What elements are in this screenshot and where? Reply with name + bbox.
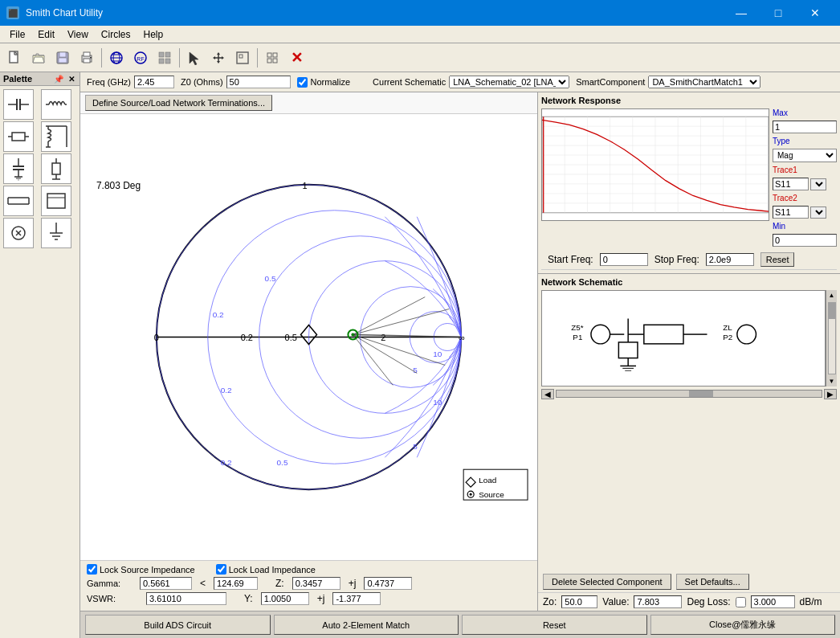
trace2-select[interactable]: ▼: [810, 207, 826, 219]
palette-item-ground[interactable]: [41, 218, 71, 248]
grid-button[interactable]: [153, 47, 176, 69]
schematic-select[interactable]: LNA_Schematic_02 [LNA_ATF54143_: [449, 76, 569, 88]
lock-load-checkbox[interactable]: [216, 564, 226, 575]
svg-rect-56: [52, 163, 60, 174]
menu-view[interactable]: View: [61, 27, 95, 42]
zo-input[interactable]: [561, 595, 597, 608]
stop-freq-input[interactable]: [706, 253, 754, 266]
y-real[interactable]: [261, 592, 309, 605]
deg-loss-label: Deg Loss:: [687, 596, 730, 607]
palette-item-cap-shunt[interactable]: [3, 153, 34, 184]
response-area: Max Type Mag dB Phase Trace1: [541, 108, 837, 247]
svg-text:P1: P1: [573, 333, 582, 341]
z0-label: Z0 (Ohms): [181, 77, 223, 87]
svg-text:0.2: 0.2: [221, 386, 232, 395]
schematic-svg: Z5* P1: [542, 291, 825, 386]
menu-file[interactable]: File: [3, 27, 31, 42]
auto-match-button[interactable]: Auto 2-Element Match: [274, 615, 459, 635]
trace2-input[interactable]: [773, 206, 809, 219]
palette-item-ind[interactable]: [41, 89, 71, 120]
maximize-button[interactable]: □: [760, 0, 797, 26]
close-final-button[interactable]: Close@儒雅永缘: [650, 615, 836, 635]
menu-help[interactable]: Help: [137, 27, 170, 42]
y-pj: +j: [317, 593, 325, 604]
lock-source-checkbox[interactable]: [87, 564, 97, 575]
palette-item-res-ser[interactable]: [3, 121, 34, 152]
svg-text:ZL: ZL: [723, 323, 732, 332]
scroll-down-button[interactable]: ▼: [829, 376, 835, 386]
scroll-track-h[interactable]: [556, 390, 822, 398]
type-select[interactable]: Mag dB Phase: [773, 149, 837, 162]
z-pj: +j: [349, 578, 357, 589]
globe-button[interactable]: [105, 47, 128, 69]
value-input[interactable]: [634, 595, 682, 608]
print-button[interactable]: [75, 47, 98, 69]
menu-circles[interactable]: Circles: [95, 27, 137, 42]
svg-text:0.5: 0.5: [277, 458, 288, 467]
align-button[interactable]: [261, 47, 283, 69]
schematic-group: Current Schematic LNA_Schematic_02 [LNA_…: [373, 76, 569, 88]
z-imag[interactable]: [364, 577, 412, 590]
smartcomp-select[interactable]: DA_SmithChartMatch1: [648, 76, 760, 88]
svg-rect-141: [644, 325, 683, 344]
z-real[interactable]: [292, 577, 340, 590]
gamma-value[interactable]: [140, 577, 192, 590]
trace1-input[interactable]: [773, 178, 809, 190]
sep2: [179, 48, 180, 67]
menu-edit[interactable]: Edit: [31, 27, 61, 42]
value-label: Value:: [602, 596, 629, 607]
z0-group: Z0 (Ohms): [181, 76, 291, 88]
vswr-label: VSWR:: [87, 594, 135, 603]
trace1-label: Trace1: [773, 166, 797, 174]
smith-chart-container[interactable]: 7.803 Deg: [80, 114, 537, 560]
open-button[interactable]: [27, 47, 50, 69]
svg-rect-7: [84, 52, 90, 56]
move-button[interactable]: [207, 47, 230, 69]
close-button[interactable]: ✕: [797, 0, 834, 26]
max-input[interactable]: [773, 121, 837, 133]
deg-loss-input[interactable]: [751, 595, 795, 608]
minimize-button[interactable]: —: [723, 0, 760, 26]
palette-pin-button[interactable]: 📌: [52, 75, 65, 84]
svg-marker-22: [217, 52, 220, 55]
svg-rect-32: [267, 59, 271, 63]
build-ads-button[interactable]: Build ADS Circuit: [85, 615, 271, 635]
set-defaults-button[interactable]: Set Defaults...: [676, 574, 749, 590]
type-label: Type: [773, 137, 837, 145]
palette-item-element[interactable]: [41, 186, 71, 216]
scroll-left-button[interactable]: ◀: [541, 389, 554, 399]
new-button[interactable]: [3, 47, 26, 69]
zoom-button[interactable]: [231, 47, 254, 69]
palette-item-tline[interactable]: [3, 186, 34, 216]
scroll-right-button[interactable]: ▶: [824, 389, 837, 399]
define-button[interactable]: Define Source/Load Network Terminations.…: [85, 95, 272, 111]
arrow-button[interactable]: [183, 47, 206, 69]
vswr-value[interactable]: [146, 592, 226, 605]
min-input[interactable]: [773, 234, 837, 247]
z0-input[interactable]: [226, 76, 291, 88]
scroll-up-button[interactable]: ▲: [829, 290, 835, 301]
palette-item-port[interactable]: [3, 218, 34, 248]
min-label: Min: [773, 222, 837, 231]
scroll-track-v[interactable]: [828, 302, 836, 374]
delete-toolbar-button[interactable]: ✕: [285, 47, 308, 69]
start-freq-input[interactable]: [600, 253, 648, 266]
response-reset-button[interactable]: Reset: [760, 252, 795, 267]
content-area: Freq (GHz) Z0 (Ohms) Normalize Current S…: [80, 72, 840, 638]
delete-component-button[interactable]: Delete Selected Component: [543, 574, 671, 590]
palette-item-res-shunt[interactable]: [41, 153, 71, 184]
svg-text:Load: Load: [479, 476, 496, 485]
y-imag[interactable]: [332, 592, 381, 605]
reset-button[interactable]: Reset: [462, 615, 647, 635]
gamma-angle[interactable]: [214, 577, 258, 590]
palette-item-cap[interactable]: [3, 89, 34, 120]
freq-input[interactable]: [134, 76, 174, 88]
svg-text:0.2: 0.2: [241, 333, 253, 342]
palette-item-ind-shunt[interactable]: [41, 121, 71, 152]
normalize-checkbox[interactable]: [297, 77, 308, 88]
trace1-select[interactable]: ▼: [810, 178, 826, 190]
deg-loss-checkbox[interactable]: [736, 597, 746, 607]
save-button[interactable]: [51, 47, 74, 69]
rf-button[interactable]: RF: [129, 47, 152, 69]
palette-close-button[interactable]: ✕: [67, 75, 76, 84]
